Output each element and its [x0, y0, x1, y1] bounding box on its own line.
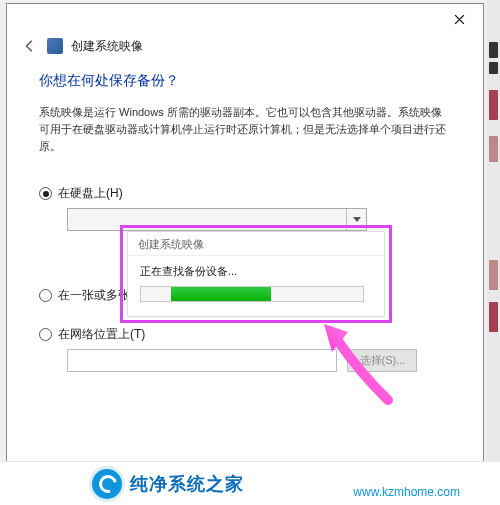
close-icon	[454, 14, 465, 25]
progress-bar-fill	[171, 287, 271, 301]
watermark-url: www.kzmhome.com	[353, 485, 460, 499]
browse-button[interactable]: 选择(S)...	[347, 349, 417, 372]
titlebar	[7, 4, 483, 34]
wizard-content: 你想在何处保存备份？ 系统映像是运行 Windows 所需的驱动器副本。它也可以…	[7, 62, 483, 376]
progress-dialog: 创建系统映像 正在查找备份设备...	[127, 231, 385, 317]
radio-dvd[interactable]	[39, 289, 52, 302]
progress-message: 正在查找备份设备...	[140, 264, 372, 279]
radio-network-label: 在网络位置上(T)	[58, 326, 145, 343]
progress-dialog-title: 创建系统映像	[128, 232, 384, 256]
network-path-input[interactable]	[67, 349, 337, 372]
watermark-logo-icon	[92, 469, 122, 499]
progress-bar	[140, 286, 364, 302]
option-hard-disk: 在硬盘上(H)	[39, 185, 451, 231]
app-title: 创建系统映像	[71, 38, 143, 55]
app-icon	[47, 38, 63, 54]
close-button[interactable]	[439, 5, 479, 33]
watermark-site-name: 纯净系统之家	[130, 472, 244, 496]
wizard-header: 创建系统映像	[7, 34, 483, 62]
back-button[interactable]	[21, 37, 39, 55]
radio-hard-disk-label: 在硬盘上(H)	[58, 185, 123, 202]
hard-disk-combo[interactable]	[67, 208, 367, 231]
arrow-left-icon	[23, 39, 37, 53]
chevron-down-icon	[346, 209, 366, 230]
radio-network[interactable]	[39, 328, 52, 341]
option-network: 在网络位置上(T) 选择(S)...	[39, 326, 451, 376]
source-watermark: 纯净系统之家 www.kzmhome.com	[0, 461, 500, 505]
right-edge-strip	[487, 0, 500, 505]
radio-hard-disk[interactable]	[39, 187, 52, 200]
page-heading: 你想在何处保存备份？	[39, 72, 451, 90]
page-description: 系统映像是运行 Windows 所需的驱动器副本。它也可以包含其他驱动器。系统映…	[39, 104, 451, 155]
